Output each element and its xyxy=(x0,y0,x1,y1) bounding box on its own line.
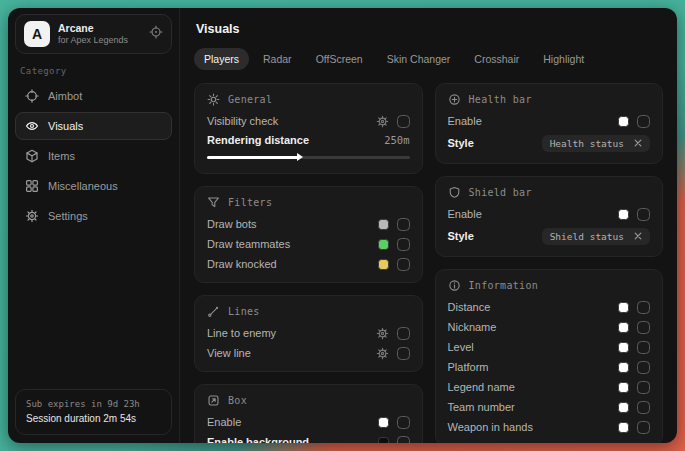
team-number-checkbox[interactable] xyxy=(637,401,650,414)
weapon-in-hands-checkbox[interactable] xyxy=(637,421,650,434)
color-swatch[interactable] xyxy=(618,209,629,220)
tab-highlight[interactable]: Highlight xyxy=(533,48,594,70)
shield-style-row: Style Shield status xyxy=(448,224,651,248)
cube-icon xyxy=(25,149,39,163)
sidebar-item-miscellaneous[interactable]: Miscellaneous xyxy=(15,172,172,200)
tab-crosshair[interactable]: Crosshair xyxy=(464,48,529,70)
app-logo-card: A Arcane for Apex Legends xyxy=(15,14,172,54)
filters-card: Filters Draw bots Draw teammates xyxy=(194,186,423,283)
sidebar-item-settings[interactable]: Settings xyxy=(15,202,172,230)
tab-offscreen[interactable]: OffScreen xyxy=(306,48,373,70)
diagonal-line-icon xyxy=(207,305,220,318)
row-label: Distance xyxy=(448,301,491,313)
view-line-checkbox[interactable] xyxy=(397,347,410,360)
row-label: Enable xyxy=(448,115,482,127)
draw-teammates-checkbox[interactable] xyxy=(397,238,410,251)
shield-enable-row: Enable xyxy=(448,204,651,224)
draw-knocked-row: Draw knocked xyxy=(207,254,410,274)
settings-gear-icon[interactable] xyxy=(376,115,389,128)
row-label: Style xyxy=(448,230,474,242)
section-title: Filters xyxy=(228,197,272,208)
color-swatch[interactable] xyxy=(618,302,629,313)
color-swatch[interactable] xyxy=(618,116,629,127)
rendering-distance-row: Rendering distance 250m xyxy=(207,131,410,149)
settings-gear-icon[interactable] xyxy=(376,327,389,340)
color-swatch[interactable] xyxy=(378,259,389,270)
box-enable-background-checkbox[interactable] xyxy=(397,436,410,444)
legend-name-checkbox[interactable] xyxy=(637,381,650,394)
tab-players[interactable]: Players xyxy=(194,48,249,70)
tab-bar: Players Radar OffScreen Skin Changer Cro… xyxy=(194,48,663,70)
health-style-select[interactable]: Health status xyxy=(542,135,650,152)
sidebar-item-items[interactable]: Items xyxy=(15,142,172,170)
box-enable-row: Enable xyxy=(207,412,410,432)
health-bar-card: Health bar Enable Style Health status xyxy=(435,83,664,164)
sidebar-item-visuals[interactable]: Visuals xyxy=(15,112,172,140)
category-label: Category xyxy=(20,66,167,76)
settings-gear-icon[interactable] xyxy=(376,347,389,360)
sidebar-item-aimbot[interactable]: Aimbot xyxy=(15,82,172,110)
weapon-in-hands-row: Weapon in hands xyxy=(448,417,651,437)
funnel-icon xyxy=(207,196,220,209)
row-label: View line xyxy=(207,347,251,359)
target-icon[interactable] xyxy=(149,25,163,43)
row-label: Enable background xyxy=(207,436,309,443)
shield-enable-checkbox[interactable] xyxy=(637,208,650,221)
sidebar-item-label: Miscellaneous xyxy=(48,180,118,192)
health-enable-checkbox[interactable] xyxy=(637,115,650,128)
sidebar-item-label: Settings xyxy=(48,210,88,222)
rendering-distance-value: 250m xyxy=(384,134,409,146)
level-checkbox[interactable] xyxy=(637,341,650,354)
sub-expires-text: Sub expires in 9d 23h xyxy=(26,398,161,412)
color-swatch[interactable] xyxy=(618,362,629,373)
row-label: Draw knocked xyxy=(207,258,277,270)
color-swatch[interactable] xyxy=(378,219,389,230)
color-swatch[interactable] xyxy=(618,322,629,333)
rendering-distance-slider[interactable] xyxy=(207,156,410,159)
color-swatch[interactable] xyxy=(618,422,629,433)
color-swatch[interactable] xyxy=(618,402,629,413)
row-label: Legend name xyxy=(448,381,515,393)
shield-style-select[interactable]: Shield status xyxy=(542,228,650,245)
sidebar-item-label: Visuals xyxy=(48,120,83,132)
box-icon xyxy=(207,394,220,407)
color-swatch[interactable] xyxy=(618,382,629,393)
row-label: Line to enemy xyxy=(207,327,276,339)
draw-bots-checkbox[interactable] xyxy=(397,218,410,231)
page-title: Visuals xyxy=(196,22,661,36)
tab-skin-changer[interactable]: Skin Changer xyxy=(377,48,461,70)
section-title: Box xyxy=(228,395,247,406)
row-label: Nickname xyxy=(448,321,497,333)
close-icon[interactable] xyxy=(634,232,642,240)
row-label: Enable xyxy=(207,416,241,428)
line-to-enemy-row: Line to enemy xyxy=(207,323,410,343)
color-swatch[interactable] xyxy=(378,239,389,250)
grid-icon xyxy=(25,179,39,193)
close-icon[interactable] xyxy=(634,139,642,147)
line-to-enemy-checkbox[interactable] xyxy=(397,327,410,340)
draw-knocked-checkbox[interactable] xyxy=(397,258,410,271)
tab-radar[interactable]: Radar xyxy=(253,48,302,70)
plus-circle-icon xyxy=(448,93,461,106)
general-card: General Visibility check Rendering dista… xyxy=(194,83,423,174)
nickname-checkbox[interactable] xyxy=(637,321,650,334)
app-subtitle: for Apex Legends xyxy=(58,35,128,46)
color-swatch[interactable] xyxy=(378,437,389,444)
distance-checkbox[interactable] xyxy=(637,301,650,314)
color-swatch[interactable] xyxy=(378,417,389,428)
color-swatch[interactable] xyxy=(618,342,629,353)
session-duration-text: Session duration 2m 54s xyxy=(26,411,161,426)
row-label: Rendering distance xyxy=(207,134,309,146)
visibility-check-row: Visibility check xyxy=(207,111,410,131)
row-label: Draw bots xyxy=(207,218,257,230)
visibility-check-checkbox[interactable] xyxy=(397,115,410,128)
shield-bar-card: Shield bar Enable Style Shield status xyxy=(435,176,664,257)
section-title: Lines xyxy=(228,306,260,317)
platform-checkbox[interactable] xyxy=(637,361,650,374)
shield-icon xyxy=(448,186,461,199)
view-line-row: View line xyxy=(207,343,410,363)
box-enable-checkbox[interactable] xyxy=(397,416,410,429)
crosshair-icon xyxy=(25,89,39,103)
row-label: Enable xyxy=(448,208,482,220)
level-row: Level xyxy=(448,337,651,357)
